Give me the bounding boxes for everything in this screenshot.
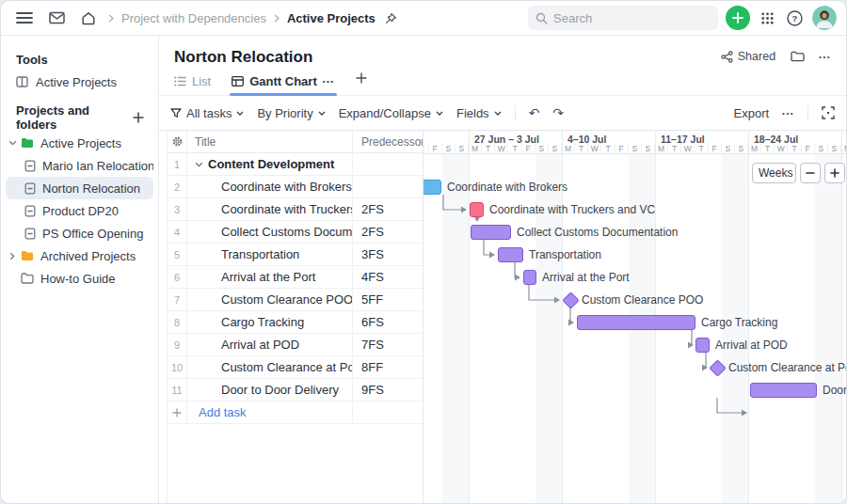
zoom-in-button[interactable] [824,163,845,183]
row-number: 7 [168,289,187,310]
gantt-bar-transportation[interactable] [498,247,523,262]
task-title[interactable]: Coordinate with Brokers [221,180,352,194]
redo-icon[interactable]: ↷ [552,105,564,120]
pin-icon[interactable] [383,6,400,30]
app-window: Project with Dependencies Active Project… [0,0,847,504]
tab-gantt-chart[interactable]: Gantt Chart ••• [232,74,334,95]
fullscreen-icon[interactable] [822,106,835,119]
predecessor-cell[interactable]: 4FS [353,266,423,288]
add-view-button[interactable] [356,71,367,95]
gantt-bar-arrival-at-the-port[interactable] [523,270,536,285]
sort-dropdown[interactable]: By Priority [257,106,325,120]
gantt-bar-door-to-door-delivery[interactable] [750,383,817,398]
table-row: 9Arrival at POD7FS [168,334,423,356]
gantt-bar-cargo-tracking[interactable] [577,315,695,330]
task-title[interactable]: Custom Clearance at Port [221,360,353,374]
tab-menu-icon[interactable]: ••• [323,77,335,86]
folder-icon[interactable] [789,48,806,65]
breadcrumb-parent[interactable]: Project with Dependencies [121,11,266,25]
divider [807,105,808,120]
sidebar-item-mario-ian-relocation[interactable]: Mario Ian Relocation [6,154,153,177]
undo-icon[interactable]: ↶ [529,105,540,120]
table-settings-gear-icon[interactable] [168,131,187,152]
table-header-row: Title Predecessors [168,131,423,153]
help-icon[interactable]: ? [784,6,805,30]
breadcrumb-current[interactable]: Active Projects [287,11,376,25]
shared-button[interactable]: Shared [721,50,775,63]
collapse-group-icon[interactable] [195,162,203,167]
project-tree: Active ProjectsMario Ian RelocationNorto… [1,132,158,290]
predecessor-cell[interactable] [353,176,423,197]
add-task-row[interactable]: Add task [168,402,423,424]
sidebar-item-norton-relocation[interactable]: Norton Relocation [6,177,153,199]
gantt-bar-collect-customs-documentation[interactable] [471,225,511,240]
sidebar-item-label: PS Office Opening [42,227,143,241]
active-tab-underline [230,93,336,96]
predecessor-cell[interactable]: 2FS [353,221,423,243]
row-number: 6 [168,266,187,288]
gantt-bar-label: Arrival at the Port [542,271,630,284]
gantt-bar-label: Coordinate with Truckers and VC [489,203,655,216]
fields-dropdown[interactable]: Fields [456,106,502,120]
predecessor-cell[interactable]: 7FS [353,334,423,355]
predecessor-cell[interactable]: 5FF [353,289,423,310]
zoom-out-button[interactable] [800,163,821,183]
more-icon[interactable]: ••• [819,53,831,61]
predecessor-cell[interactable]: 3FS [353,244,423,265]
user-avatar[interactable] [812,6,837,30]
gantt-bar-arrival-at-pod[interactable] [695,338,710,353]
predecessor-cell[interactable]: 9FS [353,379,423,401]
task-title[interactable]: Arrival at the Port [221,270,315,284]
apps-grid-icon[interactable] [758,6,776,30]
gantt-canvas: Coordinate with BrokersCoordinate with T… [424,153,846,504]
table-row: 4Collect Customs Docume...2FS [168,221,423,244]
export-button[interactable]: Export [734,106,770,120]
filter-dropdown[interactable]: All tasks [170,106,244,120]
sidebar-item-archived-projects[interactable]: Archived Projects [6,244,153,267]
task-title[interactable]: Collect Customs Docume... [221,225,353,239]
task-title[interactable]: Coordinate with Truckers... [221,202,353,216]
project-icon [24,182,36,195]
toolbar-more-icon[interactable]: ••• [782,109,794,118]
group-title[interactable]: Content Development [208,157,334,171]
expand-collapse-dropdown[interactable]: Expand/Collapse [339,106,443,120]
column-header-predecessors[interactable]: Predecessors [353,131,423,152]
table-row: 8Cargo Tracking6FS [168,311,423,334]
sidebar-item-how-to-guide[interactable]: How-to Guide [6,267,153,290]
gantt-bar-label: Coordinate with Brokers [447,181,567,194]
predecessor-cell[interactable]: 8FF [353,356,423,378]
timescale-dropdown[interactable]: Weeks [752,163,796,183]
task-title[interactable]: Arrival at POD [221,338,299,352]
add-task-label[interactable]: Add task [199,405,247,419]
task-title[interactable]: Custom Clearance POO [221,292,353,307]
chevron-right-icon[interactable] [8,252,17,260]
search-bar[interactable] [528,6,718,30]
hamburger-menu-icon[interactable] [12,6,37,30]
task-title[interactable]: Transportation [221,247,299,261]
table-row: 1Content Development [168,153,423,176]
predecessor-cell[interactable]: 2FS [353,198,423,220]
add-project-button[interactable] [130,109,147,126]
sidebar-item-label: Mario Ian Relocation [42,159,153,173]
chevron-down-icon[interactable] [8,140,17,146]
task-title[interactable]: Cargo Tracking [221,315,304,329]
predecessor-cell[interactable]: 6FS [353,311,423,333]
task-title[interactable]: Door to Door Delivery [221,383,339,397]
column-header-title[interactable]: Title [187,131,353,152]
inbox-mail-icon[interactable] [44,6,69,30]
project-icon [24,205,36,217]
sidebar-item-active-projects-tool[interactable]: Active Projects [1,70,158,94]
row-number: 4 [168,221,187,243]
gantt-bar-coordinate-with-truckers-and-vc[interactable] [470,202,484,217]
tab-list[interactable]: List [174,74,211,95]
sidebar-item-product-dp20[interactable]: Product DP20 [6,199,153,222]
sidebar-item-active-projects[interactable]: Active Projects [6,132,153,154]
sidebar-item-label: Active Projects [40,136,121,150]
gantt-bar-coordinate-with-brokers[interactable] [423,180,441,195]
sidebar-item-ps-office-opening[interactable]: PS Office Opening [6,222,153,244]
gantt-bar-label: Door to Door Delivery [823,384,846,397]
predecessor-cell[interactable] [353,153,423,175]
search-input[interactable] [553,11,695,25]
home-icon[interactable] [76,6,101,30]
create-new-button[interactable] [726,6,750,30]
